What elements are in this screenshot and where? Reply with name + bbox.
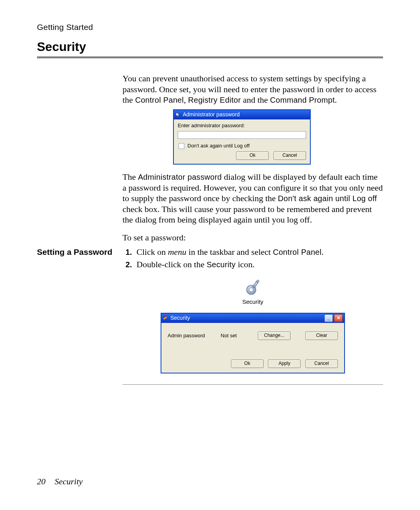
ok-button[interactable]: Ok xyxy=(236,151,269,160)
page-footer: 20 Security xyxy=(37,477,83,487)
dont-ask-label: Don't ask again until Log off xyxy=(187,143,250,149)
side-heading-setting-password: Setting a Password xyxy=(37,247,112,257)
page-number: 20 xyxy=(37,477,46,486)
svg-rect-3 xyxy=(257,280,259,282)
dont-ask-checkbox[interactable] xyxy=(178,143,184,149)
apply-button[interactable]: Apply xyxy=(268,359,301,368)
term-dont-ask: Don't ask again until Log off xyxy=(278,194,377,203)
key-icon xyxy=(243,278,262,297)
running-head: Getting Started xyxy=(37,23,383,32)
svg-point-1 xyxy=(249,288,253,292)
security-window-titlebar: Security _ ✕ xyxy=(161,314,344,323)
minimize-button[interactable]: _ xyxy=(324,314,333,322)
footer-rule xyxy=(122,384,383,385)
page-title: Security xyxy=(37,40,383,54)
close-button[interactable]: ✕ xyxy=(334,314,343,322)
setting-lead: To set a password: xyxy=(122,232,383,243)
term-control-panel: Control Panel xyxy=(135,96,184,104)
term-admin-password: Administrator password xyxy=(138,173,222,181)
cancel-button[interactable]: Cancel xyxy=(273,151,306,160)
admin-password-label: Admin password xyxy=(168,333,209,339)
dialog-title: Administrator password xyxy=(183,111,240,118)
term-command-prompt: Command Prompt xyxy=(270,96,334,104)
change-button[interactable]: Change... xyxy=(258,331,290,340)
title-rule xyxy=(37,56,383,58)
password-input[interactable] xyxy=(178,131,306,139)
step-1: Click on menu in the taskbar and select … xyxy=(134,247,383,258)
admin-password-value: Not set xyxy=(221,333,243,339)
admin-password-dialog: Administrator password Enter administrat… xyxy=(173,109,311,165)
security-icon-block: Security xyxy=(236,278,270,306)
term-registry-editor: Registry Editor xyxy=(188,96,241,104)
cursor-icon xyxy=(175,112,181,117)
footer-title: Security xyxy=(55,477,83,486)
explain-paragraph: The Administrator password dialog will b… xyxy=(122,172,383,225)
clear-button[interactable]: Clear xyxy=(305,331,338,340)
security-window-title: Security xyxy=(170,315,190,322)
security-icon-label: Security xyxy=(236,298,270,306)
intro-paragraph: You can prevent unauthorised access to s… xyxy=(122,73,383,105)
password-prompt-label: Enter administrator password: xyxy=(178,123,306,129)
ok-button[interactable]: Ok xyxy=(231,359,264,368)
tools-icon xyxy=(163,315,168,322)
step-2: Double-click on the Security icon. xyxy=(134,259,383,270)
cancel-button[interactable]: Cancel xyxy=(305,359,338,368)
dialog-titlebar: Administrator password xyxy=(174,110,310,119)
security-window: Security _ ✕ Admin password Not set Chan… xyxy=(161,313,345,373)
menu-term: menu xyxy=(168,247,187,257)
